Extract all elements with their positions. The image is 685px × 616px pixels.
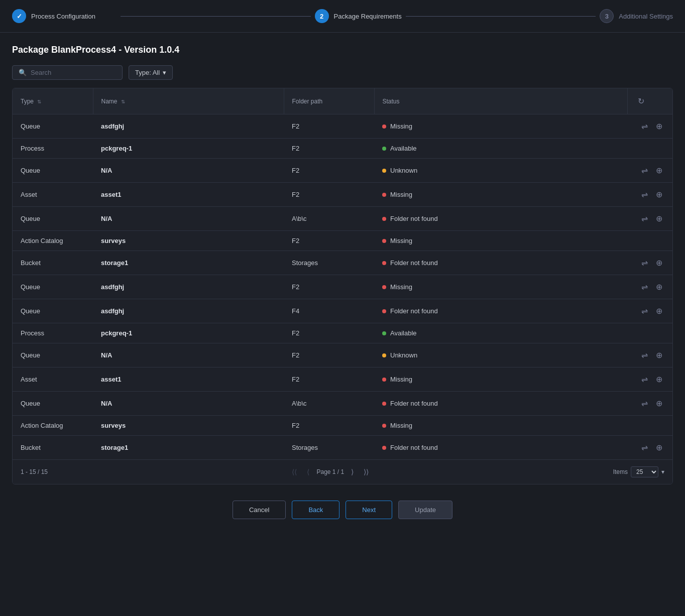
cell-status: Missing — [374, 183, 627, 207]
refresh-button[interactable]: ↻ — [636, 94, 646, 108]
cell-actions: ⇌⊕ — [627, 299, 672, 323]
cell-actions: ⇌⊕ — [627, 183, 672, 207]
items-per-page: Items 25 50 100 ▾ — [613, 466, 664, 477]
link-button[interactable]: ⇌ — [639, 374, 650, 385]
cell-type: Queue — [13, 299, 93, 323]
link-button[interactable]: ⇌ — [639, 442, 650, 453]
cell-folder: F2 — [284, 343, 374, 367]
link-button[interactable]: ⇌ — [639, 398, 650, 409]
status-text: Available — [390, 145, 417, 152]
next-button[interactable]: Next — [346, 501, 392, 519]
search-icon: 🔍 — [19, 69, 27, 76]
status-text: Missing — [390, 376, 412, 383]
cell-type: Bucket — [13, 251, 93, 275]
link-button[interactable]: ⇌ — [639, 257, 650, 269]
cell-type: Queue — [13, 392, 93, 416]
cell-actions — [627, 416, 672, 436]
cell-type: Queue — [13, 114, 93, 139]
status-text: Unknown — [390, 351, 417, 359]
cell-actions: ⇌⊕ — [627, 159, 672, 183]
cell-name: N/A — [93, 343, 284, 367]
wizard-step-2: 2 Package Requirements — [315, 9, 402, 23]
status-text: Missing — [390, 191, 412, 198]
cell-actions: ⇌⊕ — [627, 367, 672, 392]
add-button[interactable]: ⊕ — [654, 374, 664, 385]
prev-page-button[interactable]: ⟨ — [304, 466, 312, 478]
toolbar: 🔍 Type: All ▾ — [12, 65, 673, 80]
last-page-button[interactable]: ⟩⟩ — [361, 466, 372, 478]
col-header-name[interactable]: Name ⇅ — [93, 88, 284, 114]
step-2-circle: 2 — [315, 9, 329, 23]
step-2-label: Package Requirements — [334, 13, 402, 20]
cell-name: storage1 — [93, 251, 284, 275]
add-button[interactable]: ⊕ — [654, 165, 664, 176]
status-text: Missing — [390, 237, 412, 244]
status-dot — [382, 169, 386, 173]
add-button[interactable]: ⊕ — [654, 442, 664, 453]
update-button[interactable]: Update — [398, 501, 452, 519]
add-button[interactable]: ⊕ — [654, 305, 664, 317]
step-connector-1 — [121, 16, 311, 17]
link-button[interactable]: ⇌ — [639, 120, 650, 132]
page-text: Page 1 / 1 — [316, 468, 344, 475]
table-row: Queue asdfghj F2 Missing ⇌⊕ — [13, 275, 672, 299]
table-row: Asset asset1 F2 Missing ⇌⊕ — [13, 183, 672, 207]
col-header-type[interactable]: Type ⇅ — [13, 88, 93, 114]
add-button[interactable]: ⊕ — [654, 398, 664, 409]
status-dot — [382, 217, 386, 221]
step-1-label: Process Configuration — [31, 13, 95, 20]
link-button[interactable]: ⇌ — [639, 165, 650, 176]
sort-type-icon: ⇅ — [37, 99, 41, 104]
cell-actions: ⇌⊕ — [627, 207, 672, 231]
add-button[interactable]: ⊕ — [654, 281, 664, 293]
link-button[interactable]: ⇌ — [639, 281, 650, 293]
cell-name: surveys — [93, 416, 284, 436]
items-per-page-select[interactable]: 25 50 100 — [631, 466, 658, 477]
status-text: Folder not found — [390, 215, 438, 222]
cell-name: N/A — [93, 207, 284, 231]
add-button[interactable]: ⊕ — [654, 257, 664, 269]
cell-status: Folder not found — [374, 207, 627, 231]
status-dot — [382, 309, 386, 313]
col-header-status: Status — [374, 88, 627, 114]
table-row: Bucket storage1 Storages Folder not foun… — [13, 436, 672, 460]
cell-status: Folder not found — [374, 392, 627, 416]
link-button[interactable]: ⇌ — [639, 305, 650, 317]
cell-name: asdfghj — [93, 299, 284, 323]
cancel-button[interactable]: Cancel — [233, 501, 286, 519]
back-button[interactable]: Back — [292, 501, 339, 519]
add-button[interactable]: ⊕ — [654, 349, 664, 361]
status-dot — [382, 239, 386, 243]
add-button[interactable]: ⊕ — [654, 120, 664, 132]
status-dot — [382, 378, 386, 382]
col-header-actions: ↻ — [627, 88, 672, 114]
cell-folder: F4 — [284, 299, 374, 323]
link-button[interactable]: ⇌ — [639, 349, 650, 361]
cell-type: Queue — [13, 275, 93, 299]
cell-name: storage1 — [93, 436, 284, 460]
add-button[interactable]: ⊕ — [654, 213, 664, 224]
status-dot — [382, 261, 386, 265]
first-page-button[interactable]: ⟨⟨ — [289, 466, 300, 478]
cell-actions — [627, 139, 672, 159]
wizard-step-1: ✓ Process Configuration — [12, 9, 117, 23]
cell-folder: F2 — [284, 323, 374, 343]
add-button[interactable]: ⊕ — [654, 189, 664, 200]
requirements-table: Type ⇅ Name ⇅ Folder path Status ↻ — [13, 88, 672, 459]
table-row: Process pckgreq-1 F2 Available — [13, 323, 672, 343]
link-button[interactable]: ⇌ — [639, 213, 650, 224]
cell-status: Missing — [374, 231, 627, 251]
search-box[interactable]: 🔍 — [12, 65, 123, 80]
search-input[interactable] — [31, 69, 116, 76]
cell-status: Folder not found — [374, 251, 627, 275]
page-title: Package BlankProcess4 - Version 1.0.4 — [12, 45, 673, 55]
sort-name-icon: ⇅ — [121, 99, 125, 104]
status-text: Folder not found — [390, 307, 438, 315]
status-dot — [382, 147, 386, 151]
link-button[interactable]: ⇌ — [639, 189, 650, 200]
cell-actions: ⇌⊕ — [627, 114, 672, 139]
type-filter[interactable]: Type: All ▾ — [129, 65, 173, 80]
table-row: Queue N/A A\b\c Folder not found ⇌⊕ — [13, 392, 672, 416]
status-text: Folder not found — [390, 444, 438, 451]
next-page-button[interactable]: ⟩ — [348, 466, 357, 478]
